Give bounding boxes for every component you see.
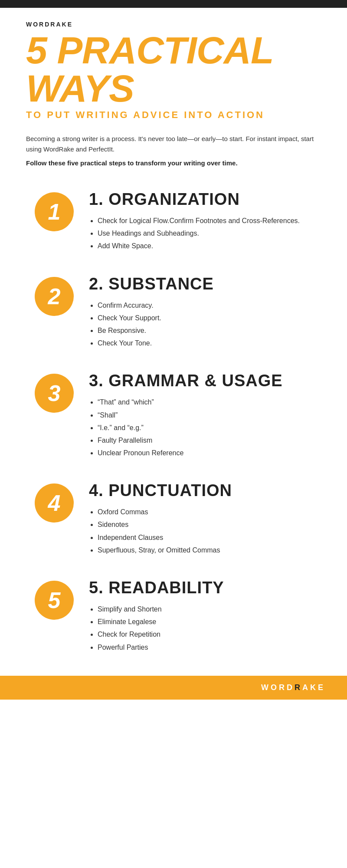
section-4: 44. PUNCTUATIONOxford CommasSidenotesInd… — [35, 481, 312, 557]
list-item: Check Your Tone. — [98, 337, 312, 349]
circle-number-2: 2 — [35, 277, 74, 316]
section-title-2: 2. SUBSTANCE — [89, 275, 312, 293]
section-3: 33. GRAMMAR & USAGE“That” and “which”“Sh… — [35, 372, 312, 460]
circle-number-text-2: 2 — [48, 283, 61, 309]
section-title-1: 1. ORGANIZATION — [89, 190, 312, 209]
list-item: Eliminate Legalese — [98, 616, 312, 628]
footer-bar: WORDRAKE — [0, 676, 347, 700]
main-title: 5 PRACTICAL WAYS — [26, 31, 321, 108]
list-item: Use Headings and Subheadings. — [98, 227, 312, 239]
section-list-3: “That” and “which”“Shall”“I.e.” and “e.g… — [89, 396, 312, 459]
footer-brand: WORDRAKE — [261, 683, 325, 692]
circle-number-5: 5 — [35, 581, 74, 620]
list-item: “I.e.” and “e.g.” — [98, 422, 312, 434]
list-item: Independent Clauses — [98, 532, 312, 543]
subtitle: TO PUT WRITING ADVICE INTO ACTION — [26, 109, 321, 121]
section-content-2: 2. SUBSTANCEConfirm Accuracy.Check Your … — [89, 275, 312, 350]
section-list-1: Check for Logical Flow.Confirm Footnotes… — [89, 215, 312, 252]
list-item: Check Your Support. — [98, 312, 312, 324]
list-item: Be Responsive. — [98, 325, 312, 336]
circle-number-text-3: 3 — [48, 380, 61, 406]
list-item: Powerful Parties — [98, 641, 312, 653]
list-item: Oxford Commas — [98, 506, 312, 518]
section-content-1: 1. ORGANIZATIONCheck for Logical Flow.Co… — [89, 190, 312, 253]
section-5: 55. READABILITYSimplify and ShortenElimi… — [35, 579, 312, 654]
section-title-5: 5. READABILITY — [89, 579, 312, 597]
circle-number-text-1: 1 — [48, 199, 61, 225]
section-2: 22. SUBSTANCEConfirm Accuracy.Check Your… — [35, 275, 312, 350]
list-item: Unclear Pronoun Reference — [98, 447, 312, 459]
intro-bold: Follow these five practical steps to tra… — [26, 158, 321, 168]
circle-number-3: 3 — [35, 374, 74, 413]
circle-number-text-4: 4 — [48, 490, 61, 516]
list-item: Confirm Accuracy. — [98, 299, 312, 311]
list-item: Check for Repetition — [98, 628, 312, 640]
circle-number-4: 4 — [35, 483, 74, 523]
list-item: Faulty Parallelism — [98, 434, 312, 446]
section-list-2: Confirm Accuracy.Check Your Support.Be R… — [89, 299, 312, 349]
section-content-3: 3. GRAMMAR & USAGE“That” and “which”“Sha… — [89, 372, 312, 460]
section-title-3: 3. GRAMMAR & USAGE — [89, 372, 312, 390]
circle-number-1: 1 — [35, 192, 74, 231]
list-item: “That” and “which” — [98, 396, 312, 408]
list-item: Sidenotes — [98, 519, 312, 530]
list-item: Add White Space. — [98, 240, 312, 252]
section-1: 11. ORGANIZATIONCheck for Logical Flow.C… — [35, 190, 312, 253]
list-item: “Shall” — [98, 409, 312, 421]
sections-container: 11. ORGANIZATIONCheck for Logical Flow.C… — [26, 190, 321, 654]
list-item: Simplify and Shorten — [98, 603, 312, 615]
section-list-4: Oxford CommasSidenotesIndependent Clause… — [89, 506, 312, 556]
footer-brand-text2: AKE — [302, 683, 325, 692]
section-title-4: 4. PUNCTUATION — [89, 481, 312, 500]
brand-name: WORDRAKE — [26, 21, 321, 28]
list-item: Check for Logical Flow.Confirm Footnotes… — [98, 215, 312, 227]
list-item: Superfluous, Stray, or Omitted Commas — [98, 544, 312, 556]
intro-paragraph: Becoming a strong writer is a process. I… — [26, 134, 321, 155]
circle-number-text-5: 5 — [48, 587, 61, 613]
footer-brand-text: WORD — [261, 683, 295, 692]
main-container: WORDRAKE 5 PRACTICAL WAYS TO PUT WRITING… — [0, 8, 347, 654]
section-list-5: Simplify and ShortenEliminate LegaleseCh… — [89, 603, 312, 653]
section-content-5: 5. READABILITYSimplify and ShortenElimin… — [89, 579, 312, 654]
top-bar — [0, 0, 347, 8]
section-content-4: 4. PUNCTUATIONOxford CommasSidenotesInde… — [89, 481, 312, 557]
footer-brand-accent: R — [295, 683, 302, 692]
